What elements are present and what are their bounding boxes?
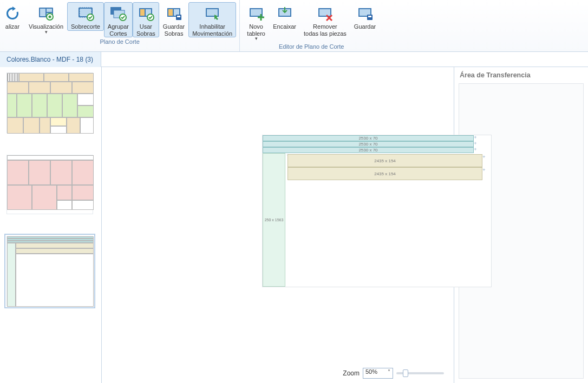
group-label-editor: Editor de Plano de Corte	[240, 42, 383, 52]
ribbon-groups: alizar Visualización Sobrecorte Agrupar …	[0, 0, 383, 51]
zoom-value: 50%	[365, 368, 377, 375]
encaixar-icon	[276, 5, 293, 22]
piece-strip-1-label: 2530 x 70	[358, 136, 377, 141]
piece-bar-2-label: 2435 x 154	[374, 171, 396, 176]
usar-sobras-label: Usar Sobras	[136, 23, 155, 37]
tab-label: Colores.Blanco - MDF - 18 (3)	[6, 56, 93, 63]
guardar-sobras-button[interactable]: Guardar Sobras	[159, 2, 188, 37]
novo-tablero-button[interactable]: Novo tablero	[243, 2, 269, 42]
zoom-slider[interactable]	[396, 372, 444, 374]
ribbon: alizar Visualización Sobrecorte Agrupar …	[0, 0, 588, 52]
piece-bar-1-label: 2435 x 154	[374, 159, 396, 163]
tab-bar: Colores.Blanco - MDF - 18 (3)	[0, 52, 588, 67]
visualizacion-button[interactable]: Visualización	[25, 2, 67, 35]
alizar-button[interactable]: alizar	[3, 2, 25, 31]
sobrecorte-icon	[77, 5, 94, 22]
piece-strip-1[interactable]: 2530 x 70	[263, 135, 474, 141]
piece-strip-3-label: 2530 x 70	[358, 148, 377, 153]
svg-rect-18	[168, 9, 173, 16]
svg-rect-2	[47, 9, 52, 12]
inhabilitar-icon	[204, 5, 221, 22]
remover-icon	[316, 5, 334, 22]
svg-rect-25	[251, 9, 262, 16]
piece-strip-2-label: 2530 x 70	[358, 142, 377, 147]
canvas-area[interactable]: 2530 x 70 + 2530 x 70 + 2530 x 70 + 250 …	[102, 67, 454, 383]
thumbnail-2[interactable]	[6, 155, 93, 214]
piece-left[interactable]: 250 x 1563	[263, 153, 285, 287]
ribbon-group-plano: alizar Visualización Sobrecorte Agrupar …	[0, 0, 240, 51]
thumbnail-panel	[0, 67, 102, 383]
visualization-icon	[37, 5, 55, 22]
svg-rect-14	[140, 9, 145, 16]
svg-rect-30	[319, 9, 330, 16]
inhabilitar-button[interactable]: Inhabilitar Movimentación	[188, 2, 236, 37]
svg-rect-21	[177, 16, 180, 17]
group-label-plano: Plano de Corte	[0, 37, 239, 47]
usar-sobras-button[interactable]: Usar Sobras	[133, 2, 159, 37]
svg-rect-1	[40, 9, 45, 16]
guardar-sobras-icon	[165, 5, 182, 22]
guardar-icon	[356, 5, 374, 22]
zoom-slider-knob[interactable]	[403, 369, 408, 377]
piece-bar-2[interactable]: 2435 x 154	[288, 167, 482, 180]
thumbnail-3[interactable]	[6, 236, 93, 306]
transfer-title: Área de Transferencia	[454, 67, 588, 81]
plus-icon: +	[473, 141, 478, 147]
thumbnail-1[interactable]	[6, 72, 93, 133]
tab-colores-blanco[interactable]: Colores.Blanco - MDF - 18 (3)	[0, 52, 101, 67]
agrupar-label: Agrupar Cortes	[108, 23, 129, 37]
piece-bar-1[interactable]: 2435 x 154	[288, 154, 482, 167]
guardar-label: Guardar	[354, 23, 376, 30]
ribbon-group-editor: Novo tablero Encaixar Remover todas las …	[240, 0, 383, 51]
zoom-bar: Zoom 50%	[343, 368, 444, 379]
novo-tablero-icon	[247, 5, 265, 22]
workspace: 2530 x 70 + 2530 x 70 + 2530 x 70 + 250 …	[0, 67, 588, 383]
piece-strip-2[interactable]: 2530 x 70	[263, 141, 474, 147]
alizar-label: alizar	[5, 23, 19, 30]
guardar-sobras-label: Guardar Sobras	[163, 23, 185, 37]
plus-icon: +	[473, 147, 478, 153]
guardar-button[interactable]: Guardar	[350, 2, 380, 31]
encaixar-label: Encaixar	[273, 23, 296, 30]
refresh-icon	[4, 5, 21, 22]
sobrecorte-label: Sobrecorte	[71, 23, 100, 30]
zoom-select[interactable]: 50%	[363, 368, 393, 379]
cutting-canvas[interactable]: 2530 x 70 + 2530 x 70 + 2530 x 70 + 250 …	[262, 135, 492, 287]
remover-button[interactable]: Remover todas las piezas	[300, 2, 350, 37]
remover-label: Remover todas las piezas	[304, 23, 347, 37]
usar-sobras-icon	[137, 5, 154, 22]
novo-tablero-label: Novo tablero	[247, 23, 265, 42]
svg-point-5	[49, 16, 51, 18]
plus-icon: +	[481, 168, 487, 173]
inhabilitar-label: Inhabilitar Movimentación	[192, 23, 232, 37]
encaixar-button[interactable]: Encaixar	[269, 2, 300, 31]
visualizacion-label: Visualización	[29, 23, 63, 35]
plus-icon: +	[481, 155, 487, 160]
agrupar-cortes-button[interactable]: Agrupar Cortes	[104, 2, 133, 37]
piece-left-label: 250 x 1563	[265, 218, 284, 222]
plus-icon: +	[473, 135, 478, 141]
sobrecorte-button[interactable]: Sobrecorte	[67, 2, 104, 31]
piece-strip-3[interactable]: 2530 x 70	[263, 147, 474, 153]
svg-rect-34	[368, 16, 371, 17]
agrupar-icon	[109, 5, 127, 22]
zoom-label: Zoom	[343, 369, 360, 377]
